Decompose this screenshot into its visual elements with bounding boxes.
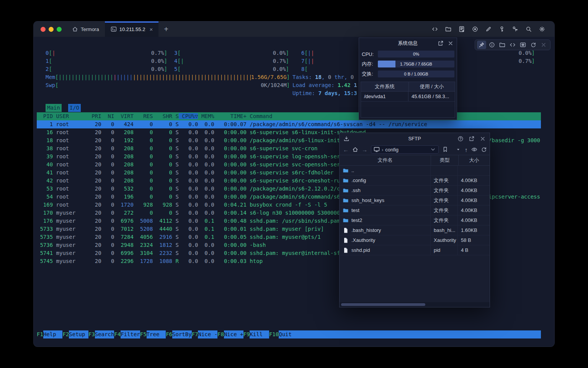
file-row[interactable]: test2文件夹4.00KB <box>340 215 490 225</box>
file-row[interactable]: ssh_host_keys文件夹4.00KB <box>340 196 490 205</box>
file-row[interactable]: sshd.pidpid4 B <box>340 245 490 255</box>
transfers-icon[interactable] <box>343 136 350 142</box>
fkey-label-nice-[interactable]: Nice - <box>198 330 217 338</box>
meter-value: 0.7% <box>273 57 286 65</box>
column-mem[interactable]: MEM% <box>198 113 214 119</box>
meter-ticks: | <box>181 57 273 65</box>
sftp-toolbar: ← → › config ↑ <box>340 144 490 155</box>
column-size[interactable]: 大小 <box>459 157 490 164</box>
column-filename[interactable]: 文件名 <box>340 155 431 165</box>
fkey-label-filter[interactable]: Filter <box>121 330 140 338</box>
keychain-icon[interactable] <box>512 26 518 32</box>
fkey-label-kill[interactable]: Kill <box>250 330 269 338</box>
column-res[interactable]: RES <box>134 113 153 119</box>
column-pri[interactable]: PRI <box>88 113 101 119</box>
fkey-f6[interactable]: F6 <box>166 330 172 338</box>
column-virt[interactable]: VIRT <box>114 113 134 119</box>
help-icon[interactable] <box>457 136 464 142</box>
fkey-label-search[interactable]: Search <box>95 330 114 338</box>
column-shr[interactable]: SHR <box>153 113 172 119</box>
close-icon[interactable] <box>539 41 548 49</box>
info-icon[interactable] <box>487 41 497 49</box>
column-user[interactable]: USER <box>53 113 88 119</box>
up-directory-button[interactable]: ↑ <box>465 146 468 153</box>
file-size: 4.00KB <box>458 207 490 213</box>
code-icon[interactable] <box>432 26 438 32</box>
fkey-label-tree[interactable]: Tree <box>147 330 166 338</box>
cell-mem: 0.0 <box>198 242 214 248</box>
file-row[interactable]: .XauthorityXauthority58 B <box>340 235 490 245</box>
file-row[interactable]: test文件夹4.00KB <box>340 205 490 215</box>
show-hidden-eye-icon[interactable] <box>471 146 477 153</box>
search-icon[interactable] <box>526 26 532 32</box>
column-type[interactable]: 类型 <box>431 155 459 165</box>
fkey-f3[interactable]: F3 <box>88 330 95 338</box>
close-icon[interactable] <box>448 40 454 46</box>
meter-value: 0.0% <box>273 49 286 57</box>
forward-button[interactable]: → <box>362 146 368 153</box>
preview-icon[interactable] <box>518 41 528 49</box>
settings-icon[interactable] <box>539 26 545 32</box>
fkey-f5[interactable]: F5 <box>140 330 147 338</box>
cell-shr: 928 <box>153 202 172 208</box>
fkey-f1[interactable]: F1 <box>37 330 43 338</box>
file-row[interactable]: .. <box>340 166 490 176</box>
process-row[interactable]: 1 root 20 0 424 0 0 S 0.0 0.0 0:00.07 /p… <box>37 120 541 128</box>
fkey-label-nice-[interactable]: Nice + <box>224 330 243 338</box>
close-window-button[interactable] <box>41 27 46 32</box>
filesystem-row[interactable]: /dev/vda1 45.61GB / 58.3... <box>361 92 455 102</box>
edit-icon[interactable] <box>485 26 492 32</box>
refresh-icon[interactable] <box>481 146 487 153</box>
open-in-window-icon[interactable] <box>438 40 444 46</box>
fkey-label-help[interactable]: Help <box>43 330 63 338</box>
close-tab-icon[interactable]: × <box>149 26 153 33</box>
path-breadcrumb[interactable]: › config <box>371 145 439 154</box>
column-pid[interactable]: PID <box>37 113 53 119</box>
fkey-f9[interactable]: F9 <box>243 330 250 338</box>
fkey-f8[interactable]: F8 <box>217 330 224 338</box>
bookmark-button[interactable] <box>442 146 448 153</box>
column-time[interactable]: TIME+ <box>214 113 247 119</box>
process-table-header[interactable]: PID USER PRI NI VIRT RES SHR S CPU%▽ MEM… <box>37 112 541 120</box>
zoom-window-button[interactable] <box>57 27 62 32</box>
chevron-down-icon[interactable] <box>430 146 436 153</box>
folder-icon[interactable] <box>498 41 507 49</box>
cell-time: 0:00.00 <box>214 186 247 192</box>
file-row[interactable]: .bash_historybash_hi...1.60KB <box>340 225 490 235</box>
fkey-f10[interactable]: F10 <box>269 330 279 338</box>
new-tab-button[interactable]: + <box>158 21 174 37</box>
fkey-label-sortby[interactable]: SortBy <box>172 330 192 338</box>
folder-icon[interactable] <box>445 26 451 32</box>
bookmark-dropdown-icon[interactable] <box>455 146 461 153</box>
column-cpu[interactable]: CPU%▽ <box>179 113 198 119</box>
file-name: ssh_host_keys <box>351 197 384 203</box>
column-ni[interactable]: NI <box>101 113 114 119</box>
back-button[interactable]: ← <box>343 146 349 153</box>
scrollbar-thumb[interactable] <box>341 303 425 306</box>
pin-icon[interactable] <box>477 41 486 49</box>
close-icon[interactable] <box>480 136 486 142</box>
htop-tab-io[interactable]: I/O <box>68 104 81 112</box>
home-button[interactable] <box>352 146 358 153</box>
meter-bracket: [ <box>177 57 180 65</box>
file-row[interactable]: .config文件夹4.00KB <box>340 176 490 186</box>
record-icon[interactable] <box>472 26 478 32</box>
fkey-label-setup[interactable]: Setup <box>69 330 88 338</box>
fkey-label-quit[interactable]: Quit <box>279 330 298 338</box>
text-segment: 18 <box>315 74 322 80</box>
column-cmd[interactable]: Command <box>247 113 272 119</box>
tab-10-211-55-2[interactable]: 10.211.55.2× <box>105 21 158 37</box>
log-icon[interactable] <box>459 26 465 32</box>
fkey-f2[interactable]: F2 <box>62 330 69 338</box>
code-icon[interactable] <box>508 41 517 49</box>
fkey-f7[interactable]: F7 <box>192 330 198 338</box>
column-s[interactable]: S <box>172 113 179 119</box>
key-icon[interactable] <box>499 26 505 32</box>
refresh-icon[interactable] <box>529 41 538 49</box>
htop-tab-main[interactable]: Main <box>46 104 62 112</box>
open-in-window-icon[interactable] <box>469 136 475 142</box>
file-row[interactable]: .ssh文件夹4.00KB <box>340 186 490 196</box>
tab-termora[interactable]: Termora <box>66 21 105 37</box>
fkey-f4[interactable]: F4 <box>114 330 121 338</box>
minimize-window-button[interactable] <box>49 27 54 32</box>
